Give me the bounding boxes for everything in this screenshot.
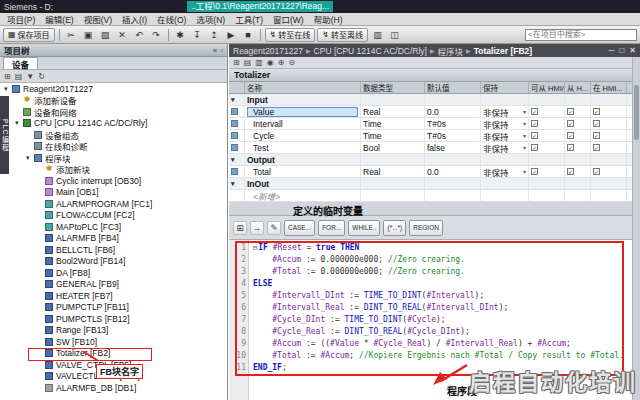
table-cell[interactable] — [565, 190, 591, 201]
code-line[interactable]: ELSE — [249, 278, 640, 290]
scrollbar-thumb[interactable] — [634, 85, 639, 140]
table-cell[interactable] — [529, 190, 565, 201]
table-cell[interactable] — [565, 94, 591, 105]
column-header[interactable]: 默认值 — [425, 82, 481, 93]
table-cell[interactable]: ✓ — [591, 118, 627, 129]
data-type-value[interactable]: Bool — [363, 143, 380, 153]
list-view-icon[interactable]: ▤ — [15, 72, 23, 81]
table-row[interactable]: IntervallTimeT#0s非保持▾✓✓✓ — [229, 118, 640, 130]
table-cell[interactable]: ✓ — [591, 130, 627, 141]
expand-arrow-icon[interactable]: ▾ — [15, 119, 23, 127]
code-line[interactable]: #Intervall_Real := DINT_TO_REAL(#Interva… — [249, 302, 640, 314]
code-line[interactable]: ⊟IF #Reset = true THEN — [249, 242, 640, 254]
table-cell[interactable]: 0.0 — [425, 166, 481, 177]
table-cell[interactable] — [591, 190, 627, 201]
expand-arrow-icon[interactable]: ▾ — [4, 85, 12, 93]
hmi-checkbox[interactable]: ✓ — [567, 108, 574, 115]
table-cell[interactable]: T#0s — [425, 118, 481, 129]
default-value[interactable]: T#0s — [427, 131, 446, 141]
table-cell[interactable]: ✓ — [591, 142, 627, 153]
menu-item[interactable]: 插入(I) — [117, 13, 152, 25]
retain-value[interactable]: 非保持 — [483, 118, 509, 129]
breadcrumb-item[interactable]: Reagent20171227 — [233, 46, 303, 56]
column-header[interactable] — [229, 82, 245, 93]
table-cell[interactable] — [229, 190, 245, 201]
tree-item[interactable]: 设备和网络 — [0, 106, 227, 118]
scl-snippet-button[interactable]: CASE... — [284, 220, 315, 236]
menu-item[interactable]: 项目(P) — [2, 13, 40, 25]
undo-button[interactable]: ↶ — [132, 28, 147, 42]
table-cell[interactable]: Value — [245, 106, 361, 117]
code-line[interactable]: #Accum := ((#Value * #Cycle_Real) / #Int… — [249, 338, 640, 350]
retain-value[interactable]: 非保持 — [483, 142, 509, 153]
table-cell[interactable] — [425, 190, 481, 201]
retain-value[interactable]: 非保持 — [483, 166, 509, 177]
table-cell[interactable]: Test — [245, 142, 361, 153]
menu-item[interactable]: 工具(T) — [230, 13, 268, 25]
table-cell[interactable]: Input — [245, 94, 361, 105]
scl-snippet-button[interactable]: REGION — [409, 220, 443, 236]
table-cell[interactable]: Real — [361, 166, 425, 177]
details-view-icon[interactable]: ⊞ — [4, 72, 11, 81]
column-header[interactable]: 在 HMI... — [591, 82, 627, 93]
table-row[interactable]: TotalReal0.0非保持▾✓✓✓ — [229, 166, 640, 178]
table-cell[interactable] — [481, 154, 529, 165]
fold-icon[interactable]: ⊟ — [253, 244, 257, 252]
tree-item[interactable]: PUMPCTLP [FB11] — [0, 302, 227, 314]
table-row[interactable]: CycleTimeT#0s非保持▾✓✓✓ — [229, 130, 640, 142]
column-header[interactable]: 名称 — [245, 82, 361, 93]
close-button[interactable]: ✕ — [629, 46, 636, 55]
table-cell[interactable]: 非保持▾ — [481, 166, 529, 177]
maximize-button[interactable]: □ — [619, 46, 624, 55]
monitor-icon[interactable]: ◉ — [267, 58, 274, 67]
tree-item[interactable]: Main [OB1] — [0, 187, 227, 199]
table-cell[interactable] — [425, 154, 481, 165]
tree-item[interactable]: ▾Reagent20171227 — [0, 83, 227, 95]
add-new-row[interactable]: <新增> — [247, 190, 280, 201]
table-cell[interactable] — [481, 94, 529, 105]
table-cell[interactable]: Output — [245, 154, 361, 165]
copy-snapshot-icon[interactable]: ▥ — [255, 58, 263, 67]
table-cell[interactable]: Real — [361, 106, 425, 117]
tree-item[interactable]: 设备组态 — [0, 129, 227, 141]
breadcrumb-item[interactable]: CPU [CPU 1214C AC/DC/Rly] — [314, 46, 427, 56]
goto-icon[interactable]: → — [250, 221, 264, 235]
insert-network-icon[interactable]: ⊞ — [233, 221, 247, 235]
table-cell[interactable]: InOut — [245, 178, 361, 189]
tree-item[interactable]: MAPtoPLC [FC3] — [0, 221, 227, 233]
tree-item[interactable]: ALARMPROGRAM [FC1] — [0, 198, 227, 210]
table-cell[interactable]: Cycle — [245, 130, 361, 141]
table-row[interactable]: ▾Input — [229, 94, 640, 106]
table-cell[interactable] — [361, 190, 425, 201]
data-type-value[interactable]: Time — [363, 131, 382, 141]
go-online-button[interactable]: ↯转至在线 — [265, 28, 316, 42]
tree-item[interactable]: GENERAL [FB9] — [0, 279, 227, 291]
table-cell[interactable]: ▾ — [229, 178, 245, 189]
hmi-checkbox[interactable]: ✓ — [593, 168, 600, 175]
table-cell[interactable]: ✓ — [529, 166, 565, 177]
paste-button[interactable]: ▨ — [98, 28, 113, 42]
section-collapse-icon[interactable]: ▾ — [231, 156, 235, 164]
hmi-checkbox[interactable]: ✓ — [531, 120, 538, 127]
column-header[interactable]: 保持 — [481, 82, 529, 93]
table-cell[interactable]: 0.0 — [425, 106, 481, 117]
filter-icon[interactable]: ▼ — [26, 72, 34, 81]
variable-name[interactable]: Intervall — [247, 119, 283, 129]
expand-all-icon[interactable]: ⊕ — [278, 58, 285, 67]
table-cell[interactable] — [425, 94, 481, 105]
variable-name[interactable]: Value — [247, 107, 358, 117]
comment-icon[interactable]: ✎ — [267, 221, 281, 235]
table-cell[interactable] — [361, 94, 425, 105]
table-row[interactable]: <新增> — [229, 190, 640, 202]
tree-item[interactable]: Range [FB13] — [0, 325, 227, 337]
hmi-checkbox[interactable]: ✓ — [567, 144, 574, 151]
tree-item[interactable]: BELLCTL [FB6] — [0, 244, 227, 256]
tree-item[interactable]: DA [FB8] — [0, 267, 227, 279]
table-cell[interactable]: ✓ — [529, 130, 565, 141]
compile-button[interactable]: ✱ — [173, 28, 188, 42]
table-cell[interactable]: Total — [245, 166, 361, 177]
table-cell[interactable] — [565, 154, 591, 165]
table-row[interactable]: ValueReal0.0非保持▾✓✓✓ — [229, 106, 640, 118]
table-cell[interactable]: ✓ — [591, 166, 627, 177]
default-value[interactable]: 0.0 — [427, 107, 439, 117]
